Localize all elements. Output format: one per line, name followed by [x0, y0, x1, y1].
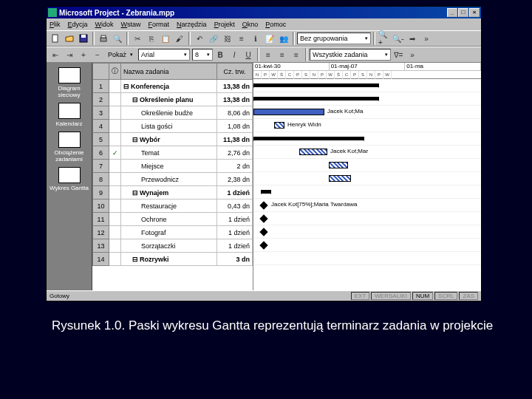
toolbar-standard: 🔍 ✂ ⎘ 📋 🖌 ↶ 🔗 ⛓ ≡ ℹ 📝 👥 Bez grupowania▾ … — [47, 30, 481, 47]
app-window: Microsoft Project - Zebrania.mpp _ □ × P… — [46, 6, 482, 301]
gantt-row[interactable] — [253, 79, 481, 92]
task-row[interactable]: 10Restauracje0,43 dn — [93, 200, 253, 213]
font-combo[interactable]: Arial▾ — [138, 49, 190, 61]
gantt-chart[interactable]: 01-kwi-3001-maj-0701-ma NPWŚCPSNPWŚCPSNP… — [253, 63, 481, 290]
menu-narzędzia[interactable]: Narzędzia — [177, 21, 207, 28]
gantt-bar[interactable] — [261, 190, 271, 194]
gantt-bar[interactable] — [329, 162, 348, 168]
task-row[interactable]: 12Fotograf1 dzień — [93, 226, 253, 239]
new-button[interactable] — [49, 32, 62, 45]
gantt-bar[interactable] — [253, 97, 379, 100]
milestone-icon[interactable] — [259, 228, 267, 236]
cut-button[interactable]: ✂ — [131, 32, 144, 45]
close-button[interactable]: × — [469, 8, 480, 17]
menu-plik[interactable]: Plik — [50, 21, 61, 28]
gantt-bar[interactable] — [329, 175, 351, 182]
split-button[interactable]: ≡ — [235, 32, 248, 45]
col-info[interactable]: ⓘ — [109, 64, 121, 80]
filter-combo[interactable]: Wszystkie zadania▾ — [310, 49, 391, 61]
open-button[interactable] — [63, 32, 76, 45]
gantt-row[interactable] — [253, 252, 481, 265]
gantt-row[interactable] — [253, 212, 481, 225]
task-row[interactable]: 4Lista gości1,08 dn — [93, 120, 253, 133]
minimize-button[interactable]: _ — [447, 8, 457, 17]
task-row[interactable]: 8Przewodnicz2,38 dn — [93, 173, 253, 186]
milestone-icon[interactable] — [259, 214, 267, 222]
menu-okno[interactable]: Okno — [242, 21, 259, 28]
milestone-icon[interactable] — [259, 201, 267, 209]
save-button[interactable] — [77, 32, 90, 45]
link-button[interactable]: 🔗 — [207, 32, 220, 45]
menu-edycja[interactable]: Edycja — [68, 21, 88, 28]
maximize-button[interactable]: □ — [458, 8, 468, 17]
print-button[interactable] — [97, 32, 110, 45]
align-center-button[interactable]: ≡ — [276, 48, 289, 61]
gantt-bar[interactable] — [274, 122, 284, 129]
gantt-row[interactable] — [253, 159, 481, 172]
undo-button[interactable]: ↶ — [193, 32, 206, 45]
menu-pomoc[interactable]: Pomoc — [265, 21, 286, 28]
gantt-row[interactable] — [253, 239, 481, 252]
assign-button[interactable]: 👥 — [277, 32, 290, 45]
task-row[interactable]: 3Określenie budże8,06 dn — [93, 106, 253, 120]
task-row[interactable]: 13Sorzątaczki1 dzień — [93, 239, 253, 253]
view-kalendarz[interactable]: Kalendarz — [49, 101, 90, 129]
gantt-row[interactable]: Jacek Kot;Ma — [253, 106, 481, 119]
view-diagram-sieciowy[interactable]: Diagram sieciowy — [49, 66, 90, 100]
grouping-combo[interactable]: Bez grupowania▾ — [297, 33, 371, 44]
task-row[interactable]: 2⊟Określenie planu13,38 dn — [93, 93, 253, 106]
notes-button[interactable]: 📝 — [263, 32, 276, 45]
gantt-bar[interactable] — [299, 149, 327, 155]
goto-button[interactable]: ➡ — [406, 32, 419, 45]
zoom-in-button[interactable]: 🔍+ — [378, 32, 391, 45]
task-row[interactable]: 9⊟Wynajem1 dzień — [93, 186, 253, 200]
align-left-button[interactable]: ≡ — [262, 48, 275, 61]
view-obciążenie-zadaniami[interactable]: Obciążenie zadaniami — [49, 130, 90, 164]
copy-button[interactable]: ⎘ — [145, 32, 158, 45]
show-button[interactable]: + — [77, 48, 90, 61]
gantt-bar[interactable] — [253, 109, 324, 115]
autofilter-button[interactable]: ∇= — [392, 48, 405, 61]
more2-button[interactable]: » — [406, 48, 419, 61]
format-painter-button[interactable]: 🖌 — [173, 32, 186, 45]
gantt-row[interactable] — [253, 185, 481, 199]
gantt-row[interactable] — [253, 225, 481, 239]
milestone-icon[interactable] — [259, 241, 267, 249]
view-wykres-gantta[interactable]: Wykres Gantta — [49, 166, 90, 193]
gantt-body: Jacek Kot;MaHenryk WidnJacek Kot;MarJace… — [253, 79, 481, 265]
outdent-button[interactable]: ⇤ — [49, 48, 62, 61]
menu-widok[interactable]: Widok — [95, 21, 114, 28]
col-duration[interactable]: Cz. trw. — [217, 64, 253, 80]
gantt-bar[interactable] — [253, 137, 364, 140]
gantt-row[interactable]: Henryk Widn — [253, 119, 481, 132]
indent-button[interactable]: ⇥ — [63, 48, 76, 61]
gantt-row[interactable]: Jacek Kot[75%];Maria Twardawa — [253, 199, 481, 212]
task-row[interactable]: 7Miejsce2 dn — [93, 160, 253, 173]
fontsize-combo[interactable]: 8▾ — [192, 49, 213, 61]
task-row[interactable]: 14⊟Rozrywki3 dn — [93, 253, 253, 266]
bold-button[interactable]: B — [214, 48, 227, 61]
gantt-row[interactable] — [253, 172, 481, 185]
gantt-row[interactable]: Jacek Kot;Mar — [253, 146, 481, 159]
underline-button[interactable]: U — [242, 48, 255, 61]
info-button[interactable]: ℹ — [249, 32, 262, 45]
gantt-row[interactable] — [253, 92, 481, 106]
zoom-out-button[interactable]: 🔍- — [392, 32, 405, 45]
hide-button[interactable]: − — [91, 48, 104, 61]
task-row[interactable]: 11Ochrone1 dzień — [93, 213, 253, 226]
gantt-row[interactable] — [253, 132, 481, 146]
unlink-button[interactable]: ⛓ — [221, 32, 234, 45]
menu-wstaw[interactable]: Wstaw — [121, 21, 141, 28]
preview-button[interactable]: 🔍 — [111, 32, 124, 45]
task-row[interactable]: 1⊟Konferencja13,38 dn — [93, 80, 253, 93]
task-row[interactable]: 6✓Temat2,76 dn — [93, 146, 253, 160]
paste-button[interactable]: 📋 — [159, 32, 172, 45]
col-name[interactable]: Nazwa zadania — [121, 64, 217, 80]
menu-format[interactable]: Format — [149, 21, 170, 28]
menu-projekt[interactable]: Projekt — [214, 21, 235, 28]
task-row[interactable]: 5⊟Wybór11,38 dn — [93, 133, 253, 146]
italic-button[interactable]: I — [228, 48, 241, 61]
align-right-button[interactable]: ≡ — [290, 48, 303, 61]
more-button[interactable]: » — [420, 32, 433, 45]
gantt-bar[interactable] — [253, 83, 379, 87]
